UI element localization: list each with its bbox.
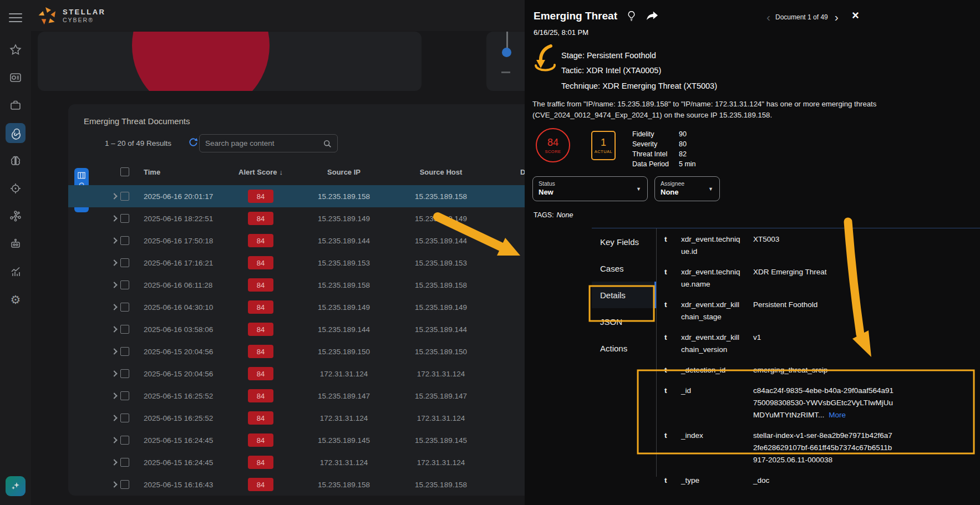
table-row[interactable]: 2025-06-15 20:04:56 84 172.31.31.124 172…: [68, 363, 567, 385]
row-expander[interactable]: [108, 482, 120, 487]
row-checkbox[interactable]: [120, 347, 136, 356]
row-checkbox[interactable]: [120, 258, 136, 267]
table-row[interactable]: 2025-06-15 20:04:56 84 15.235.189.150 15…: [68, 340, 567, 363]
row-checkbox[interactable]: [120, 280, 136, 289]
table-row[interactable]: 2025-06-15 16:24:45 84 172.31.31.124 172…: [68, 451, 567, 473]
alert-score-badge: 84: [248, 212, 273, 225]
cell-time: 2025-06-16 20:01:17: [136, 192, 230, 201]
row-expander[interactable]: [108, 305, 120, 309]
cell-source-ip: 15.235.189.158: [291, 281, 397, 289]
header-source-ip[interactable]: Source IP: [291, 168, 397, 176]
sidebar-item-hunt[interactable]: [6, 178, 26, 198]
table-row[interactable]: 2025-06-16 20:01:17 84 15.235.189.158 15…: [68, 185, 567, 207]
field-value: XT5003: [753, 233, 895, 258]
ai-assistant-button[interactable]: [6, 476, 26, 496]
sidebar-item-intelligence[interactable]: [6, 151, 26, 171]
row-expander[interactable]: [108, 438, 120, 442]
pie-chart-card: [38, 32, 422, 91]
row-expander[interactable]: [108, 261, 120, 265]
table-row[interactable]: 2025-06-16 04:30:10 84 15.235.189.149 15…: [68, 296, 567, 318]
cell-time: 2025-06-16 04:30:10: [136, 303, 230, 312]
tab-key-fields[interactable]: Key Fields: [592, 228, 656, 255]
sort-desc-icon[interactable]: ↓: [279, 168, 283, 176]
header-time[interactable]: Time: [136, 168, 230, 176]
header-alert-score[interactable]: Alert Score ↓: [230, 168, 291, 176]
table-row[interactable]: 2025-06-16 17:16:21 84 15.235.189.153 15…: [68, 252, 567, 274]
cell-time: 2025-06-16 17:16:21: [136, 259, 230, 267]
row-expander[interactable]: [108, 216, 120, 221]
sidebar-item-automation[interactable]: [6, 234, 26, 254]
sidebar-item-cases[interactable]: [6, 95, 26, 115]
tab-json[interactable]: JSON: [592, 308, 656, 335]
slider-knob[interactable]: [502, 48, 511, 57]
row-expander[interactable]: [108, 394, 120, 398]
sidebar-item-settings[interactable]: ⚙: [6, 289, 26, 309]
row-checkbox[interactable]: [120, 458, 136, 467]
refresh-button[interactable]: [189, 137, 198, 149]
cell-source-host: 172.31.31.124: [397, 414, 485, 422]
table-row[interactable]: 2025-06-16 17:50:18 84 15.235.189.144 15…: [68, 229, 567, 252]
select-all-checkbox[interactable]: [120, 167, 136, 176]
row-expander[interactable]: [108, 416, 120, 420]
row-expander[interactable]: [108, 349, 120, 354]
row-expander[interactable]: [108, 327, 120, 331]
hamburger-menu-icon[interactable]: [9, 11, 22, 25]
insight-bulb-button[interactable]: [626, 10, 637, 22]
row-expander[interactable]: [108, 194, 120, 198]
row-checkbox[interactable]: [120, 325, 136, 334]
status-dropdown[interactable]: Status New ▼: [532, 176, 648, 201]
search-icon[interactable]: [323, 139, 332, 148]
table-row[interactable]: 2025-06-15 16:16:43 84 15.235.189.158 15…: [68, 473, 567, 496]
row-checkbox[interactable]: [120, 391, 136, 400]
chevron-down-icon[interactable]: ▼: [636, 186, 641, 192]
share-button[interactable]: [646, 11, 659, 22]
row-expander[interactable]: [108, 371, 120, 376]
table-row[interactable]: 2025-06-15 16:25:52 84 15.235.189.147 15…: [68, 385, 567, 407]
table-row[interactable]: 2025-06-16 18:22:51 84 15.235.189.149 15…: [68, 207, 567, 229]
row-expander[interactable]: [108, 460, 120, 465]
row-checkbox[interactable]: [120, 369, 136, 378]
metric-value: 82: [679, 150, 687, 158]
prev-document-chevron[interactable]: ‹: [766, 11, 770, 23]
tab-details[interactable]: Details: [592, 282, 656, 308]
alert-score-badge: 84: [248, 323, 273, 336]
more-link[interactable]: More: [829, 411, 846, 419]
header-source-host[interactable]: Source Host: [397, 168, 485, 176]
row-checkbox[interactable]: [120, 414, 136, 422]
row-checkbox[interactable]: [120, 436, 136, 445]
sidebar-item-favorites[interactable]: [6, 40, 26, 60]
chevron-down-icon[interactable]: ▼: [708, 186, 713, 192]
row-checkbox[interactable]: [120, 192, 136, 201]
close-panel-icon[interactable]: ×: [852, 9, 859, 22]
assignee-dropdown[interactable]: Assignee None ▼: [654, 176, 720, 201]
sidebar-item-alerts[interactable]: [6, 123, 26, 143]
row-expander[interactable]: [108, 238, 120, 243]
sidebar-item-reports[interactable]: [6, 262, 26, 282]
row-checkbox[interactable]: [120, 480, 136, 489]
table-row[interactable]: 2025-06-15 16:24:45 84 15.235.189.145 15…: [68, 429, 567, 451]
alert-score-badge: 84: [248, 433, 273, 447]
table-row[interactable]: 2025-06-16 03:58:06 84 15.235.189.144 15…: [68, 318, 567, 340]
sidebar-item-dashboards[interactable]: [6, 68, 26, 88]
sparkles-icon: [10, 481, 21, 492]
metric-label: Fidelity: [632, 130, 679, 138]
next-document-chevron[interactable]: ›: [835, 11, 839, 23]
tab-cases[interactable]: Cases: [592, 255, 656, 282]
score-value: 84: [547, 137, 558, 149]
results-count: 1 – 20 of 49 Results: [105, 139, 171, 147]
sidebar-item-correlations[interactable]: [6, 206, 26, 226]
field-name: _detection_id: [681, 364, 741, 376]
cell-source-host: 15.235.189.153: [397, 259, 485, 267]
cell-source-host: 15.235.189.144: [397, 325, 485, 334]
row-expander[interactable]: [108, 283, 120, 287]
actual-label: ACTUAL: [595, 149, 613, 154]
row-checkbox[interactable]: [120, 214, 136, 223]
search-input[interactable]: [205, 139, 323, 147]
field-row: t _detection_id emerging_threat_srcip: [664, 364, 975, 376]
field-type-icon: t: [664, 430, 672, 466]
table-row[interactable]: 2025-06-15 16:25:52 84 172.31.31.124 172…: [68, 407, 567, 429]
row-checkbox[interactable]: [120, 303, 136, 312]
tab-actions[interactable]: Actions: [592, 335, 656, 361]
table-row[interactable]: 2025-06-16 06:11:28 84 15.235.189.158 15…: [68, 274, 567, 296]
row-checkbox[interactable]: [120, 236, 136, 245]
